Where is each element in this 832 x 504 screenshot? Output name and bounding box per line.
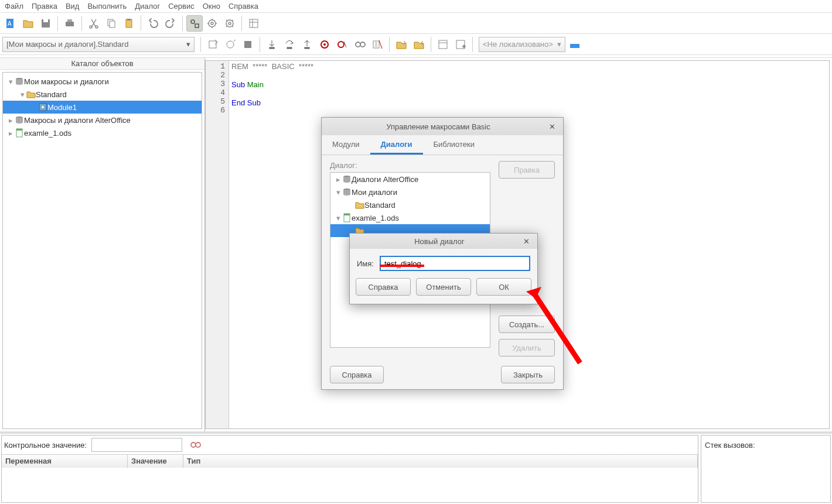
tab-modules[interactable]: Модули [322, 135, 370, 155]
macros-icon[interactable] [204, 15, 220, 32]
export-basic-icon[interactable] [411, 36, 427, 53]
catalog-title: Каталог объектов [0, 58, 204, 70]
edit-button[interactable]: Правка [499, 161, 555, 179]
modules-icon[interactable] [221, 15, 238, 32]
svg-rect-20 [244, 41, 251, 48]
tree-item[interactable]: Module1 [3, 101, 202, 114]
delete-button[interactable]: Удалить [499, 339, 555, 356]
object-catalog-icon[interactable] [186, 15, 203, 32]
tab-dialogs[interactable]: Диалоги [370, 135, 423, 155]
svg-rect-46 [344, 214, 350, 215]
export-dialog-icon[interactable] [435, 36, 451, 53]
menu-window[interactable]: Окно [203, 2, 220, 11]
menu-help[interactable]: Справка [229, 2, 258, 11]
svg-point-6 [90, 26, 92, 28]
tree-item[interactable]: ▾Standard [3, 88, 202, 101]
watch-glasses-icon[interactable] [187, 437, 203, 453]
new-icon[interactable]: A [2, 15, 19, 32]
svg-rect-13 [195, 24, 199, 28]
undo-icon[interactable] [145, 15, 161, 32]
col-value[interactable]: Значение [128, 455, 183, 468]
import-basic-icon[interactable] [393, 36, 410, 53]
new-dialog-window: Новый диалог ✕ Имя: Справка Отменить ОК [349, 233, 538, 304]
step-out-icon[interactable] [299, 36, 315, 53]
step-into-icon[interactable] [264, 36, 280, 53]
svg-rect-10 [126, 19, 132, 28]
macro-tree-item[interactable]: ▾Мои диалоги [330, 186, 490, 198]
find-icon[interactable] [369, 36, 386, 53]
svg-rect-30 [439, 40, 447, 49]
macro-tabs: Модули Диалоги Библиотеки [322, 135, 563, 155]
chevron-down-icon: ▾ [186, 40, 190, 49]
copy-icon[interactable] [103, 15, 120, 32]
paste-icon[interactable] [121, 15, 137, 32]
menu-edit[interactable]: Правка [32, 2, 57, 11]
chevron-down-icon: ▾ [557, 40, 561, 49]
macro-tree-item[interactable]: ▾examle_1.ods [330, 211, 490, 224]
col-type[interactable]: Тип [183, 455, 698, 468]
catalog-tree[interactable]: ▾Мои макросы и диалоги▾Standard Module1▸… [2, 72, 202, 429]
tree-item[interactable]: ▾Мои макросы и диалоги [3, 75, 202, 88]
save-icon[interactable] [37, 15, 54, 32]
menu-dialog[interactable]: Диалог [135, 2, 160, 11]
svg-rect-9 [110, 21, 115, 28]
tab-libraries[interactable]: Библиотеки [423, 135, 485, 155]
close-button[interactable]: Закрыть [501, 366, 555, 383]
svg-point-27 [356, 42, 360, 47]
tree-item[interactable]: ▸examle_1.ods [3, 126, 202, 139]
help-button[interactable]: Справка [330, 366, 384, 383]
macro-tree-label: Диалог: [330, 161, 490, 170]
cancel-button[interactable]: Отменить [416, 278, 471, 296]
manage-breakpoints-icon[interactable] [334, 36, 350, 53]
call-stack-pane: Стек вызовов: [701, 435, 831, 503]
menu-view[interactable]: Вид [66, 2, 80, 11]
run-icon[interactable] [222, 36, 238, 53]
object-catalog: Каталог объектов ▾Мои макросы и диалоги▾… [0, 58, 205, 431]
svg-rect-34 [570, 42, 579, 44]
new-dialog-title: Новый диалог [356, 237, 523, 246]
create-button[interactable]: Создать... [499, 316, 555, 333]
help-button[interactable]: Справка [356, 278, 411, 296]
locale-select-value: <Не локализовано> [483, 40, 553, 49]
close-icon[interactable]: ✕ [523, 237, 531, 245]
name-input[interactable] [380, 256, 530, 271]
watch-icon[interactable] [352, 36, 368, 53]
main-toolbar: A [0, 13, 832, 34]
library-select-value: [Мои макросы и диалоги].Standard [6, 40, 128, 49]
menu-run[interactable]: Выполнить [87, 2, 127, 11]
watch-label: Контрольное значение: [4, 441, 87, 450]
close-icon[interactable]: ✕ [549, 122, 557, 131]
watch-input[interactable] [91, 438, 182, 452]
watch-table: Переменная Значение Тип [2, 454, 698, 468]
ok-button[interactable]: ОК [476, 278, 531, 296]
tree-item[interactable]: ▸Макросы и диалоги AlterOffice [3, 114, 202, 126]
macro-tree-item[interactable]: ▸Диалоги AlterOffice [330, 173, 490, 186]
redo-icon[interactable] [162, 15, 179, 32]
macro-dialog-titlebar[interactable]: Управление макросами Basic ✕ [322, 118, 563, 135]
new-dialog-titlebar[interactable]: Новый диалог ✕ [350, 234, 537, 249]
svg-rect-18 [250, 19, 258, 28]
annotation-underline [380, 265, 424, 267]
cut-icon[interactable] [86, 15, 102, 32]
print-icon[interactable] [62, 15, 78, 32]
svg-rect-40 [16, 129, 22, 131]
open-icon[interactable] [20, 15, 36, 32]
step-over-icon[interactable] [281, 36, 298, 53]
svg-rect-21 [270, 47, 274, 49]
menu-file[interactable]: Файл [5, 2, 23, 11]
svg-text:A: A [8, 20, 12, 27]
stop-icon[interactable] [240, 36, 256, 53]
import-dialog-icon[interactable]: + [452, 36, 469, 53]
breakpoint-icon[interactable] [316, 36, 333, 53]
manage-language-icon[interactable] [567, 36, 583, 53]
macro-tree-item[interactable]: Standard [330, 198, 490, 211]
locale-select[interactable]: <Не локализовано> ▾ [479, 37, 565, 52]
compile-icon[interactable] [204, 36, 221, 53]
library-select[interactable]: [Мои макросы и диалоги].Standard ▾ [2, 37, 195, 52]
svg-rect-23 [305, 47, 309, 49]
name-label: Имя: [357, 259, 374, 268]
menu-tools[interactable]: Сервис [168, 2, 195, 11]
svg-rect-4 [66, 22, 74, 26]
col-variable[interactable]: Переменная [2, 455, 128, 468]
form-controls-icon[interactable] [245, 15, 262, 32]
